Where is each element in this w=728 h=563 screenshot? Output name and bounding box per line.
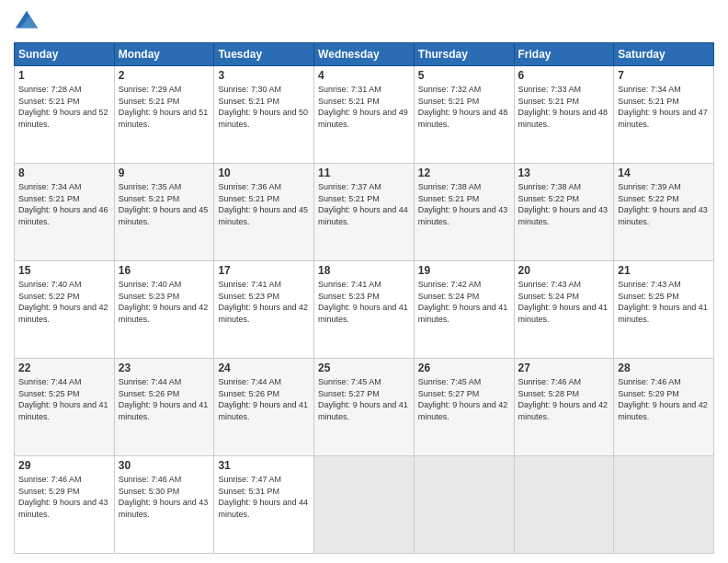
day-number: 5 — [418, 69, 510, 82]
calendar-cell: 24 Sunrise: 7:44 AM Sunset: 5:26 PM Dayl… — [214, 359, 314, 456]
calendar-header-sunday: Sunday — [15, 43, 115, 66]
page: SundayMondayTuesdayWednesdayThursdayFrid… — [0, 0, 728, 563]
day-detail: Sunrise: 7:44 AM Sunset: 5:26 PM Dayligh… — [119, 376, 210, 422]
calendar-cell: 11 Sunrise: 7:37 AM Sunset: 5:21 PM Dayl… — [314, 164, 415, 261]
calendar-week-5: 29 Sunrise: 7:46 AM Sunset: 5:29 PM Dayl… — [15, 456, 714, 554]
calendar-cell: 28 Sunrise: 7:46 AM Sunset: 5:29 PM Dayl… — [614, 359, 714, 456]
calendar-cell: 16 Sunrise: 7:40 AM Sunset: 5:23 PM Dayl… — [114, 261, 214, 359]
calendar-cell: 15 Sunrise: 7:40 AM Sunset: 5:22 PM Dayl… — [15, 261, 115, 359]
calendar-cell: 9 Sunrise: 7:35 AM Sunset: 5:21 PM Dayli… — [114, 164, 214, 261]
day-detail: Sunrise: 7:41 AM Sunset: 5:23 PM Dayligh… — [318, 279, 410, 325]
day-detail: Sunrise: 7:36 AM Sunset: 5:21 PM Dayligh… — [218, 181, 310, 227]
calendar-cell — [314, 456, 415, 554]
calendar-header-row: SundayMondayTuesdayWednesdayThursdayFrid… — [15, 43, 714, 66]
calendar-week-3: 15 Sunrise: 7:40 AM Sunset: 5:22 PM Dayl… — [15, 261, 714, 359]
calendar-cell — [514, 456, 614, 554]
day-number: 14 — [618, 167, 710, 179]
calendar-cell: 20 Sunrise: 7:43 AM Sunset: 5:24 PM Dayl… — [514, 261, 614, 359]
calendar-cell: 5 Sunrise: 7:32 AM Sunset: 5:21 PM Dayli… — [414, 66, 514, 164]
calendar-cell: 10 Sunrise: 7:36 AM Sunset: 5:21 PM Dayl… — [214, 164, 314, 261]
calendar-cell: 29 Sunrise: 7:46 AM Sunset: 5:29 PM Dayl… — [15, 456, 115, 554]
calendar-cell: 13 Sunrise: 7:38 AM Sunset: 5:22 PM Dayl… — [514, 164, 614, 261]
day-number: 25 — [318, 362, 410, 374]
calendar-cell: 22 Sunrise: 7:44 AM Sunset: 5:25 PM Dayl… — [15, 359, 115, 456]
day-detail: Sunrise: 7:44 AM Sunset: 5:26 PM Dayligh… — [218, 376, 310, 422]
calendar-cell: 14 Sunrise: 7:39 AM Sunset: 5:22 PM Dayl… — [614, 164, 714, 261]
day-detail: Sunrise: 7:40 AM Sunset: 5:22 PM Dayligh… — [18, 279, 110, 325]
day-detail: Sunrise: 7:34 AM Sunset: 5:21 PM Dayligh… — [618, 84, 710, 130]
day-detail: Sunrise: 7:38 AM Sunset: 5:21 PM Dayligh… — [418, 181, 510, 227]
day-number: 31 — [218, 459, 310, 472]
calendar-cell: 12 Sunrise: 7:38 AM Sunset: 5:21 PM Dayl… — [414, 164, 514, 261]
calendar-header-thursday: Thursday — [414, 43, 514, 66]
day-detail: Sunrise: 7:31 AM Sunset: 5:21 PM Dayligh… — [318, 84, 410, 130]
calendar-cell: 21 Sunrise: 7:43 AM Sunset: 5:25 PM Dayl… — [614, 261, 714, 359]
day-number: 28 — [618, 362, 710, 374]
day-detail: Sunrise: 7:38 AM Sunset: 5:22 PM Dayligh… — [518, 181, 610, 227]
day-number: 13 — [518, 167, 610, 179]
day-detail: Sunrise: 7:45 AM Sunset: 5:27 PM Dayligh… — [418, 376, 510, 422]
day-number: 22 — [18, 362, 110, 374]
calendar-cell: 8 Sunrise: 7:34 AM Sunset: 5:21 PM Dayli… — [15, 164, 115, 261]
calendar-cell: 25 Sunrise: 7:45 AM Sunset: 5:27 PM Dayl… — [314, 359, 415, 456]
calendar-week-2: 8 Sunrise: 7:34 AM Sunset: 5:21 PM Dayli… — [15, 164, 714, 261]
day-number: 8 — [18, 167, 110, 179]
calendar-cell: 31 Sunrise: 7:47 AM Sunset: 5:31 PM Dayl… — [214, 456, 314, 554]
day-detail: Sunrise: 7:43 AM Sunset: 5:24 PM Dayligh… — [518, 279, 610, 325]
day-number: 20 — [518, 264, 610, 277]
day-detail: Sunrise: 7:30 AM Sunset: 5:21 PM Dayligh… — [218, 84, 310, 130]
calendar-header-monday: Monday — [114, 43, 214, 66]
day-detail: Sunrise: 7:39 AM Sunset: 5:22 PM Dayligh… — [618, 181, 710, 227]
day-detail: Sunrise: 7:37 AM Sunset: 5:21 PM Dayligh… — [318, 181, 410, 227]
day-number: 9 — [119, 167, 210, 179]
calendar-cell: 17 Sunrise: 7:41 AM Sunset: 5:23 PM Dayl… — [214, 261, 314, 359]
day-detail: Sunrise: 7:46 AM Sunset: 5:29 PM Dayligh… — [618, 376, 710, 422]
day-number: 23 — [119, 362, 210, 374]
calendar-week-1: 1 Sunrise: 7:28 AM Sunset: 5:21 PM Dayli… — [15, 66, 714, 164]
day-number: 27 — [518, 362, 610, 374]
day-detail: Sunrise: 7:46 AM Sunset: 5:29 PM Dayligh… — [18, 474, 110, 520]
day-number: 11 — [318, 167, 410, 179]
day-number: 12 — [418, 167, 510, 179]
day-number: 24 — [218, 362, 310, 374]
calendar-cell: 18 Sunrise: 7:41 AM Sunset: 5:23 PM Dayl… — [314, 261, 415, 359]
day-number: 10 — [218, 167, 310, 179]
calendar-cell: 4 Sunrise: 7:31 AM Sunset: 5:21 PM Dayli… — [314, 66, 415, 164]
day-number: 26 — [418, 362, 510, 374]
day-number: 2 — [119, 69, 210, 82]
day-number: 18 — [318, 264, 410, 277]
day-detail: Sunrise: 7:34 AM Sunset: 5:21 PM Dayligh… — [18, 181, 110, 227]
day-number: 6 — [518, 69, 610, 82]
day-detail: Sunrise: 7:42 AM Sunset: 5:24 PM Dayligh… — [418, 279, 510, 325]
calendar-cell — [614, 456, 714, 554]
header — [14, 9, 714, 35]
calendar-cell: 2 Sunrise: 7:29 AM Sunset: 5:21 PM Dayli… — [114, 66, 214, 164]
day-detail: Sunrise: 7:28 AM Sunset: 5:21 PM Dayligh… — [18, 84, 110, 130]
day-number: 17 — [218, 264, 310, 277]
calendar-cell: 3 Sunrise: 7:30 AM Sunset: 5:21 PM Dayli… — [214, 66, 314, 164]
calendar-cell: 26 Sunrise: 7:45 AM Sunset: 5:27 PM Dayl… — [414, 359, 514, 456]
calendar-header-tuesday: Tuesday — [214, 43, 314, 66]
calendar-header-friday: Friday — [514, 43, 614, 66]
calendar-cell: 27 Sunrise: 7:46 AM Sunset: 5:28 PM Dayl… — [514, 359, 614, 456]
day-number: 29 — [18, 459, 110, 472]
calendar-week-4: 22 Sunrise: 7:44 AM Sunset: 5:25 PM Dayl… — [15, 359, 714, 456]
day-number: 16 — [119, 264, 210, 277]
day-detail: Sunrise: 7:44 AM Sunset: 5:25 PM Dayligh… — [18, 376, 110, 422]
calendar-cell: 1 Sunrise: 7:28 AM Sunset: 5:21 PM Dayli… — [15, 66, 115, 164]
day-detail: Sunrise: 7:40 AM Sunset: 5:23 PM Dayligh… — [119, 279, 210, 325]
day-number: 7 — [618, 69, 710, 82]
day-detail: Sunrise: 7:43 AM Sunset: 5:25 PM Dayligh… — [618, 279, 710, 325]
calendar-cell: 23 Sunrise: 7:44 AM Sunset: 5:26 PM Dayl… — [114, 359, 214, 456]
logo-icon — [14, 9, 40, 35]
day-number: 30 — [119, 459, 210, 472]
day-number: 19 — [418, 264, 510, 277]
calendar-cell: 7 Sunrise: 7:34 AM Sunset: 5:21 PM Dayli… — [614, 66, 714, 164]
calendar-cell: 19 Sunrise: 7:42 AM Sunset: 5:24 PM Dayl… — [414, 261, 514, 359]
day-detail: Sunrise: 7:47 AM Sunset: 5:31 PM Dayligh… — [218, 474, 310, 520]
calendar-cell: 6 Sunrise: 7:33 AM Sunset: 5:21 PM Dayli… — [514, 66, 614, 164]
day-detail: Sunrise: 7:45 AM Sunset: 5:27 PM Dayligh… — [318, 376, 410, 422]
day-number: 1 — [18, 69, 110, 82]
calendar-cell — [414, 456, 514, 554]
day-number: 3 — [218, 69, 310, 82]
